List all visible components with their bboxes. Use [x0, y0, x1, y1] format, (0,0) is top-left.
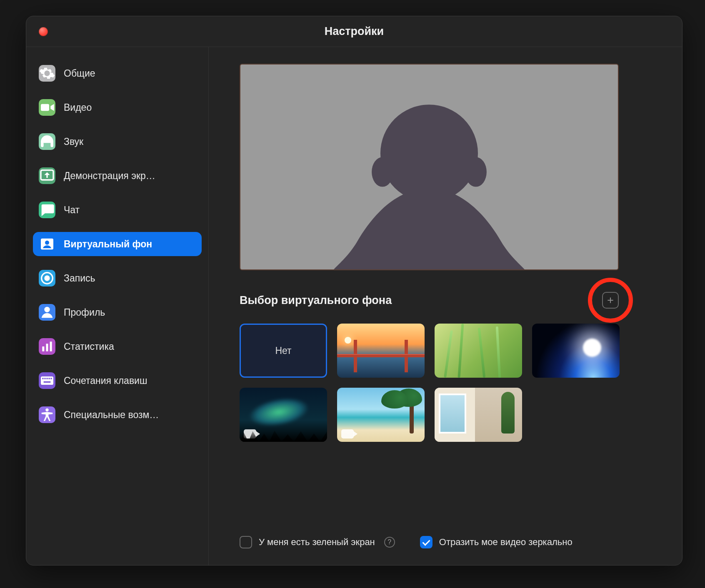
svg-rect-13: [42, 378, 43, 379]
svg-rect-15: [46, 378, 48, 379]
titlebar: Настройки: [26, 16, 682, 47]
person-card-icon: [39, 236, 55, 252]
keyboard-icon: [39, 372, 55, 389]
screen-up-icon: [39, 167, 55, 184]
sidebar-item-label: Видео: [64, 102, 196, 113]
sidebar-item-general[interactable]: Общие: [33, 61, 202, 85]
section-title: Выбор виртуального фона: [240, 294, 602, 307]
sidebar-item-label: Статистика: [64, 341, 196, 352]
video-badge-icon: [341, 429, 354, 439]
svg-rect-17: [50, 378, 52, 379]
sidebar-item-label: Общие: [64, 68, 196, 79]
sidebar-item-share[interactable]: Демонстрация экр…: [33, 164, 202, 188]
mirror-video-checkbox[interactable]: Отразить мое видео зеркально: [420, 536, 572, 548]
sidebar-item-label: Сочетания клавиш: [64, 375, 196, 386]
help-icon[interactable]: ?: [384, 537, 395, 548]
svg-point-7: [44, 275, 50, 281]
sidebar-item-shortcuts[interactable]: Сочетания клавиш: [33, 369, 202, 393]
settings-window: Настройки ОбщиеВидеоЗвукДемонстрация экр…: [26, 16, 682, 566]
sidebar-item-recording[interactable]: Запись: [33, 266, 202, 290]
sidebar-item-label: Демонстрация экр…: [64, 170, 196, 182]
green-screen-checkbox[interactable]: У меня есть зеленый экран ?: [240, 536, 395, 548]
sidebar-item-label: Чат: [64, 204, 196, 216]
record-icon: [39, 270, 55, 287]
sidebar-item-label: Звук: [64, 136, 196, 147]
window-title: Настройки: [26, 25, 682, 38]
video-icon: [39, 99, 55, 116]
avatar-silhouette-icon: [240, 65, 618, 269]
options-row: У меня есть зеленый экран ? Отразить мое…: [240, 523, 657, 548]
accessibility-icon: [39, 406, 55, 423]
video-preview: [240, 64, 619, 270]
svg-rect-1: [41, 142, 44, 147]
sidebar-item-label: Специальные возм…: [64, 409, 196, 421]
settings-sidebar: ОбщиеВидеоЗвукДемонстрация экр…ЧатВиртуа…: [26, 47, 209, 565]
background-none-label: Нет: [275, 345, 291, 356]
svg-rect-0: [41, 104, 49, 111]
background-option-grass[interactable]: [435, 324, 522, 378]
sidebar-item-label: Виртуальный фон: [64, 239, 196, 250]
svg-point-19: [45, 409, 48, 411]
window-close-button[interactable]: [39, 27, 48, 36]
checkbox-icon: [240, 536, 252, 548]
svg-rect-11: [50, 341, 52, 351]
svg-point-8: [44, 307, 50, 312]
headphones-icon: [39, 133, 55, 150]
sidebar-item-audio[interactable]: Звук: [33, 130, 202, 154]
svg-point-22: [465, 157, 487, 187]
svg-point-21: [372, 157, 393, 187]
bars-icon: [39, 338, 55, 355]
settings-content: Выбор виртуального фона Нет У меня есть …: [209, 47, 682, 565]
sidebar-item-chat[interactable]: Чат: [33, 198, 202, 222]
svg-point-5: [45, 241, 49, 245]
sidebar-item-access[interactable]: Специальные возм…: [33, 403, 202, 427]
checkbox-icon: [420, 536, 432, 548]
sidebar-item-label: Запись: [64, 273, 196, 284]
plus-icon: [606, 296, 615, 304]
sidebar-item-label: Профиль: [64, 307, 196, 318]
sidebar-item-vbg[interactable]: Виртуальный фон: [33, 232, 202, 256]
sidebar-item-stats[interactable]: Статистика: [33, 334, 202, 359]
svg-rect-16: [48, 378, 50, 379]
background-option-none[interactable]: Нет: [240, 324, 327, 378]
sidebar-item-video[interactable]: Видео: [33, 95, 202, 120]
mirror-video-label: Отразить мое видео зеркально: [439, 537, 572, 548]
svg-rect-9: [42, 346, 44, 351]
green-screen-label: У меня есть зеленый экран: [259, 537, 375, 548]
svg-rect-14: [44, 378, 45, 379]
add-background-button[interactable]: [602, 292, 619, 309]
background-option-bridge[interactable]: [337, 324, 425, 378]
background-option-aurora[interactable]: [240, 388, 327, 442]
svg-rect-2: [50, 142, 53, 147]
background-option-beach[interactable]: [337, 388, 425, 442]
svg-rect-12: [41, 376, 53, 385]
svg-point-20: [380, 105, 478, 202]
sidebar-item-profile[interactable]: Профиль: [33, 300, 202, 324]
svg-rect-18: [44, 381, 51, 383]
chat-icon: [39, 202, 55, 218]
person-icon: [39, 304, 55, 321]
background-option-earth[interactable]: [532, 324, 620, 378]
background-option-room[interactable]: [435, 388, 522, 442]
svg-rect-10: [46, 344, 48, 351]
gear-icon: [39, 65, 55, 82]
background-grid: Нет: [240, 324, 631, 442]
video-badge-icon: [244, 429, 256, 439]
